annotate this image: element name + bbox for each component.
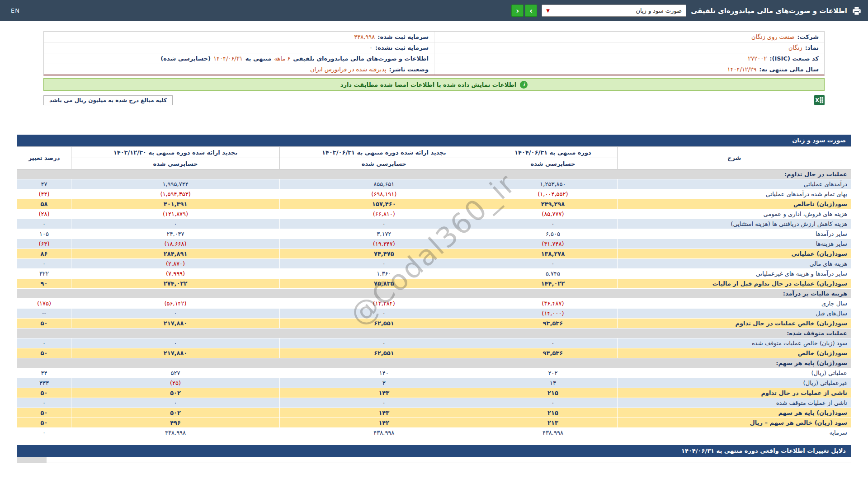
percent-change-cell: (۲۸) (17, 209, 71, 219)
row-label: عملیاتی (ریال) (618, 368, 851, 378)
value-cell: ۱,۹۹۵,۷۴۴ (71, 179, 279, 189)
statement-row: سرمایه۴۳۸,۹۹۸۴۳۸,۹۹۸۴۳۸,۹۹۸۰ (17, 428, 851, 438)
statement-select[interactable]: صورت سود و زیان ▼ (542, 5, 686, 17)
value-cell: ۳,۱۷۲ (280, 229, 488, 239)
note-row: X کلیه مبالغ درج شده به میلیون ریال می ب… (43, 94, 825, 106)
symbol-value: زنگان (788, 44, 802, 51)
top-bar: اطلاعات و صورت‌های مالی میاندوره‌ای تلفی… (0, 0, 868, 21)
value-cell: ۶,۵۰۵ (488, 229, 618, 239)
value-cell: ۰ (280, 338, 488, 348)
statement-row: هزینه های مالی۰۰(۲,۸۷۰)۰ (17, 259, 851, 269)
income-statement-table: شرح دوره منتهی به ۱۴۰۴/۰۶/۳۱ تجدید ارائه… (17, 146, 851, 438)
value-cell: (۶۹۸,۱۹۱) (280, 189, 488, 199)
row-label: ناشی از عملیات متوقف شده (618, 398, 851, 408)
value-cell: (۷,۹۹۹) (71, 269, 279, 279)
value-cell: (۱,۵۹۴,۳۵۳) (71, 189, 279, 199)
row-label: سود(زیان) خالص (618, 348, 851, 358)
value-cell: ۷۴,۴۷۵ (280, 249, 488, 259)
statement-row: هزینه کاهش ارزش دریافتنی ها (هزینه استثن… (17, 219, 851, 229)
company-info-row: شرکت: صنعت روی زنگان سرمایه ثبت شده: ۴۳۸… (44, 32, 824, 42)
value-cell: ۴۹۶ (71, 418, 279, 428)
value-cell: (۱۳,۲۸۴) (280, 299, 488, 309)
company-info-card: شرکت: صنعت روی زنگان سرمایه ثبت شده: ۴۳۸… (43, 31, 825, 75)
statement-row: سود(زیان) عملیات در حال تداوم قبل از مال… (17, 279, 851, 289)
percent-change-cell: ۵۰ (17, 408, 71, 418)
percent-change-cell: ۰ (17, 338, 71, 348)
statement-row: عملیاتی (ریال)۲۰۲۱۴۰۵۲۷۴۴ (17, 368, 851, 378)
signed-info-banner: i اطلاعات نمایش داده شده با اطلاعات امضا… (43, 78, 825, 91)
value-cell: (۲,۸۷۰) (71, 259, 279, 269)
unregistered-capital-label: سرمایه ثبت نشده: (375, 44, 429, 51)
column-header-restated-midyear: تجدید ارائه شده دوره منتهی به ۱۴۰۳/۰۶/۳۱ (280, 147, 488, 158)
nav-prev-button[interactable]: ‹ (511, 5, 524, 17)
section-label: هزینه مالیات بر درآمد: (17, 289, 851, 299)
percent-change-cell: ۵۰ (17, 319, 71, 328)
value-cell: (۱,۰۰۴,۵۵۲) (488, 189, 618, 199)
svg-text:X: X (815, 97, 819, 103)
value-cell: ۰ (488, 398, 618, 408)
issuer-status-cell: وضعیت ناشر: پذیرفته شده در فرابورس ایران (44, 64, 434, 75)
statement-row: ناشی از عملیات متوقف شده۰۰۰۰ (17, 398, 851, 408)
value-cell: ۰ (488, 338, 618, 348)
percent-change-cell: ۳۲۲ (17, 269, 71, 279)
row-label: هزینه های فروش، اداری و عمومی (618, 209, 851, 219)
period-line-prefix: اطلاعات و صورت‌های مالی میاندوره‌ای تلفی… (293, 55, 429, 62)
percent-change-cell: -- (17, 309, 71, 319)
value-cell: ۵,۷۴۵ (488, 269, 618, 279)
percent-change-cell: ۵۰ (17, 418, 71, 428)
value-cell: (۶۶,۸۱۰) (280, 209, 488, 219)
value-cell: (۱۸,۶۶۸) (71, 239, 279, 249)
section-label: عملیات در حال تداوم: (17, 169, 851, 179)
value-cell: ۲۴,۰۴۷ (71, 229, 279, 239)
statement-row: سود(زیان) عملیاتی۱۳۸,۲۷۸۷۴,۴۷۵۲۸۴,۸۹۱۸۶ (17, 249, 851, 259)
value-cell: ۶۲,۵۵۱ (280, 319, 488, 328)
value-cell: ۰ (280, 219, 488, 229)
statement-row: سال جاری(۳۶,۴۸۷)(۱۳,۲۸۴)(۵۶,۱۴۲)(۱۷۵) (17, 299, 851, 309)
company-name-label: شرکت: (797, 33, 819, 40)
excel-export-icon[interactable]: X (814, 95, 825, 105)
row-label: هزینه کاهش ارزش دریافتنی ها (هزینه استثن… (618, 219, 851, 229)
value-cell: ۵۰۲ (71, 388, 279, 398)
value-cell: ۰ (280, 309, 488, 319)
column-header-percent-change: درصد تغییر (17, 147, 71, 169)
value-cell: ۲۷۴,۰۲۲ (71, 279, 279, 289)
period-line-audited: (حسابرسی شده) (160, 55, 211, 62)
percent-change-cell: ۵۰ (17, 348, 71, 358)
company-name-cell: شرکت: صنعت روی زنگان (434, 32, 824, 42)
value-cell: ۰ (488, 259, 618, 269)
nav-next-button[interactable]: › (525, 5, 537, 17)
statement-row: سایر هزینه‌ها(۳۱,۷۴۸)(۱۹,۳۴۷)(۱۸,۶۶۸)(۶۴… (17, 239, 851, 249)
value-cell: ۱۴۲ (280, 418, 488, 428)
select-caret-icon: ▼ (546, 9, 550, 13)
fiscal-year-value: ۱۴۰۴/۱۲/۲۹ (727, 66, 757, 73)
top-bar-right-group: اطلاعات و صورت‌های مالی میاندوره‌ای تلفی… (511, 5, 862, 17)
percent-change-cell: (۱۷۵) (17, 299, 71, 309)
print-icon[interactable] (852, 6, 862, 16)
issuer-status-value: پذیرفته شده در فرابورس ایران (310, 66, 387, 73)
statement-nav-buttons: › ‹ (511, 5, 537, 17)
percent-change-cell: ۴۴ (17, 368, 71, 378)
income-statement-section: صورت سود و زیان شرح دوره منتهی به ۱۴۰۴/۰… (17, 135, 851, 438)
column-subheader-audited: حسابرسی شده (71, 158, 279, 169)
row-label: سود(زیان) خالص عملیات در حال تداوم (618, 319, 851, 328)
column-subheader-audited: حسابرسی شده (280, 158, 488, 169)
company-info-row: کد صنعت (ISIC): ۲۷۲۰۰۲ اطلاعات و صورت‌ها… (44, 53, 824, 64)
percent-change-cell: ۳۳۳ (17, 378, 71, 388)
row-label: سال جاری (618, 299, 851, 309)
value-cell: ۱۴۰ (280, 368, 488, 378)
row-label: سود (زیان) خالص هر سهم – ریال (618, 418, 851, 428)
value-cell: (۱۲۱,۸۷۹) (71, 209, 279, 219)
percent-change-cell: ۰ (17, 259, 71, 269)
language-en-link[interactable]: EN (11, 7, 20, 14)
value-cell: ۲۱۵ (488, 408, 618, 418)
signed-info-text: اطلاعات نمایش داده شده با اطلاعات امضا ش… (340, 81, 517, 88)
symbol-label: نماد: (805, 44, 819, 51)
row-label: درآمدهای عملیاتی (618, 179, 851, 189)
value-cell: ۱۴۴,۰۲۲ (488, 279, 618, 289)
footer-title-bar: دلایل تغییرات اطلاعات واقعی دوره منتهی ب… (17, 445, 851, 457)
row-label: سود (زیان) خالص عملیات متوقف شده (618, 338, 851, 348)
period-line-date: ۱۴۰۴/۰۶/۳۱ (213, 55, 243, 62)
row-label: سود(زیان) ناخالص (618, 199, 851, 209)
percent-change-cell: ۴۷ (17, 179, 71, 189)
value-cell: ۹۳,۵۳۶ (488, 348, 618, 358)
